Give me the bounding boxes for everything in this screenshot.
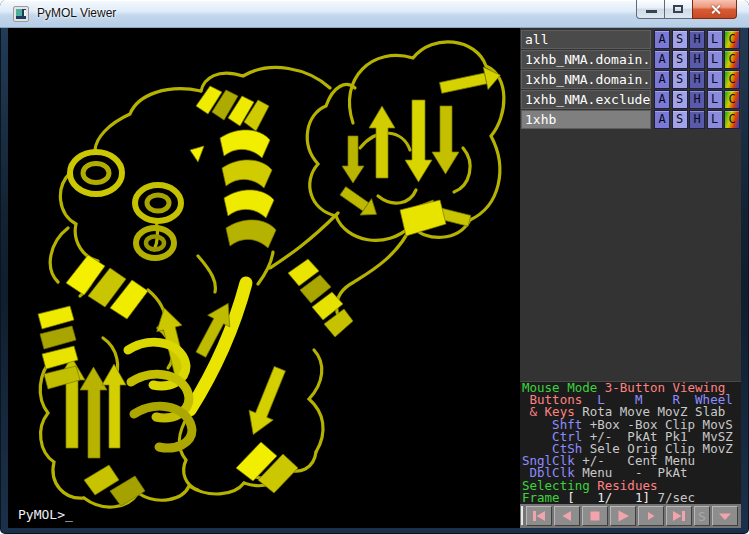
panel-button-h[interactable]: H <box>689 50 705 69</box>
command-prompt[interactable]: PyMOL>_ <box>18 507 73 522</box>
s-button[interactable]: S <box>694 506 710 526</box>
step-back-button[interactable] <box>554 506 580 526</box>
panel-button-c[interactable]: C <box>724 110 740 129</box>
panel-button-c[interactable]: C <box>724 50 740 69</box>
object-row: all ASHLC <box>521 30 740 49</box>
panel-button-s[interactable]: S <box>672 70 688 89</box>
panel-button-l[interactable]: L <box>707 110 723 129</box>
go-to-start-icon <box>527 508 551 524</box>
menu-icon <box>713 508 737 524</box>
panel-button-h[interactable]: H <box>689 110 705 129</box>
step-back-icon <box>555 508 579 524</box>
object-row: 1xhb_NMA.domain. ASHLC <box>521 70 740 89</box>
panel-button-h[interactable]: H <box>689 70 705 89</box>
maximize-button[interactable] <box>665 0 692 19</box>
panel-button-c[interactable]: C <box>724 30 740 49</box>
object-row: 1xhb ASHLC <box>521 110 740 129</box>
close-icon <box>709 3 722 16</box>
mouse-mode-panel[interactable]: Mouse Mode 3-Button Viewing Buttons L M … <box>520 381 741 504</box>
object-action-buttons: ASHLC <box>653 90 741 109</box>
go-to-start-button[interactable] <box>526 506 552 526</box>
step-forward-button[interactable] <box>638 506 664 526</box>
close-button[interactable] <box>692 0 737 19</box>
panel-button-h[interactable]: H <box>689 30 705 49</box>
vcr-controls: S <box>520 504 741 528</box>
object-action-buttons: ASHLC <box>653 50 741 69</box>
panel-button-s[interactable]: S <box>672 110 688 129</box>
panel-button-a[interactable]: A <box>654 50 670 69</box>
minimize-icon <box>646 10 657 13</box>
mouse-panel-text: 7/sec <box>657 490 695 505</box>
object-name[interactable]: 1xhb_NMA.exclude <box>521 90 651 109</box>
panel-button-s[interactable]: S <box>672 90 688 109</box>
object-row: 1xhb_NMA.exclude ASHLC <box>521 90 740 109</box>
mouse-panel-line: Frame [ 1/ 1] 7/sec <box>522 492 741 504</box>
play-button[interactable] <box>610 506 636 526</box>
minimize-button[interactable] <box>636 0 665 19</box>
panel-button-l[interactable]: L <box>707 50 723 69</box>
go-to-end-icon <box>667 508 691 524</box>
app-icon-accent <box>16 9 22 16</box>
stop-button[interactable] <box>582 506 608 526</box>
object-action-buttons: ASHLC <box>653 110 741 129</box>
maximize-icon <box>673 5 683 13</box>
app-icon[interactable] <box>13 6 29 22</box>
step-forward-icon <box>639 508 663 524</box>
panel-button-l[interactable]: L <box>707 30 723 49</box>
app-icon-mark <box>24 10 26 16</box>
stop-icon <box>583 508 607 524</box>
protein-cartoon <box>8 28 520 528</box>
panel-button-a[interactable]: A <box>654 30 670 49</box>
go-to-end-button[interactable] <box>666 506 692 526</box>
panel-button-c[interactable]: C <box>724 70 740 89</box>
mouse-panel-text: Frame <box>522 490 567 505</box>
object-name[interactable]: 1xhb <box>521 110 651 129</box>
panel-button-l[interactable]: L <box>707 70 723 89</box>
play-icon <box>611 508 635 524</box>
panel-button-c[interactable]: C <box>724 90 740 109</box>
panel-button-l[interactable]: L <box>707 90 723 109</box>
client-area: PyMOL>_ all ASHLC 1xhb_NMA.domain. ASHLC… <box>8 28 741 528</box>
object-name[interactable]: 1xhb_NMA.domain. <box>521 50 651 69</box>
menu-button[interactable] <box>712 506 738 526</box>
pymol-window: PyMOL Viewer <box>0 0 749 534</box>
viewport-3d[interactable]: PyMOL>_ <box>8 28 520 528</box>
object-row: 1xhb_NMA.domain. ASHLC <box>521 50 740 69</box>
sidebar: all ASHLC 1xhb_NMA.domain. ASHLC 1xhb_NM… <box>520 28 741 528</box>
object-name[interactable]: 1xhb_NMA.domain. <box>521 70 651 89</box>
mouse-panel-text: [ 1/ 1] <box>567 490 657 505</box>
s-button-label: S <box>698 509 706 524</box>
panel-button-a[interactable]: A <box>654 70 670 89</box>
panel-button-s[interactable]: S <box>672 30 688 49</box>
object-action-buttons: ASHLC <box>653 30 741 49</box>
panel-button-a[interactable]: A <box>654 110 670 129</box>
panel-button-h[interactable]: H <box>689 90 705 109</box>
object-action-buttons: ASHLC <box>653 70 741 89</box>
object-list: all ASHLC 1xhb_NMA.domain. ASHLC 1xhb_NM… <box>521 30 740 130</box>
caption-buttons <box>636 0 737 19</box>
panel-button-s[interactable]: S <box>672 50 688 69</box>
titlebar[interactable]: PyMOL Viewer <box>0 0 749 28</box>
panel-button-a[interactable]: A <box>654 90 670 109</box>
object-name[interactable]: all <box>521 30 651 49</box>
window-title: PyMOL Viewer <box>37 6 116 20</box>
